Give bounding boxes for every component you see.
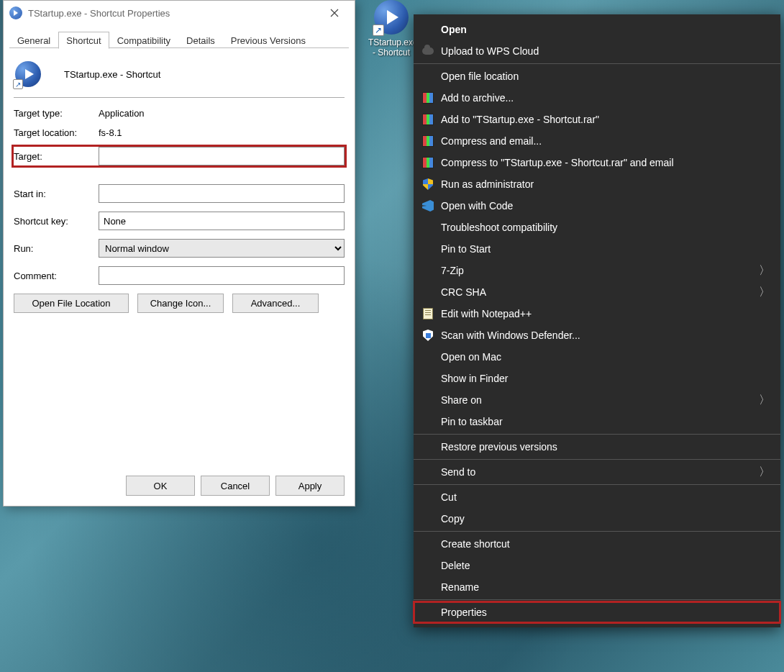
ctx-item-label: Send to <box>441 466 759 478</box>
ctx-item[interactable]: Send to〉 <box>414 461 780 483</box>
blank-icon <box>421 242 435 256</box>
chevron-right-icon: 〉 <box>759 285 770 300</box>
ok-button[interactable]: OK <box>126 476 195 496</box>
desktop-shortcut[interactable]: ↗ TStartup.exe - Shortcut <box>368 0 414 58</box>
ctx-item-label: Compress and email... <box>441 135 770 147</box>
ctx-item[interactable]: Rename <box>414 576 780 598</box>
ctx-item[interactable]: Pin to taskbar <box>414 411 780 432</box>
header-icon: ↗ <box>15 61 41 87</box>
apply-button[interactable]: Apply <box>275 476 345 496</box>
value-target-type: Application <box>99 108 345 119</box>
cancel-button[interactable]: Cancel <box>201 476 270 496</box>
ctx-item-label: Open <box>441 24 770 35</box>
ctx-item-label: Troubleshoot compatibility <box>441 222 770 233</box>
shortcut-label: TStartup.exe - Shortcut <box>368 37 414 58</box>
shortcut-key-input[interactable] <box>99 212 345 230</box>
titlebar: TStartup.exe - Shortcut Properties <box>4 1 355 25</box>
tab-shortcut[interactable]: Shortcut <box>58 32 109 49</box>
close-icon <box>330 9 339 17</box>
row-run: Run: Normal window <box>14 239 345 258</box>
ctx-item-label: Properties <box>441 607 770 618</box>
tab-body: ↗ TStartup.exe - Shortcut Target type: A… <box>4 48 355 468</box>
ctx-item[interactable]: Pin to Start <box>414 238 780 260</box>
label-comment: Comment: <box>14 271 99 281</box>
ctx-item[interactable]: Open <box>414 19 780 40</box>
blank-icon <box>421 465 435 479</box>
ctx-item[interactable]: Open file location <box>414 65 780 87</box>
advanced-button[interactable]: Advanced... <box>232 294 319 313</box>
ctx-item-label: Edit with Notepad++ <box>441 308 770 319</box>
ctx-item-label: Run as administrator <box>441 178 770 190</box>
ctx-item-label: Open on Mac <box>441 351 770 363</box>
ctx-item-label: Share on <box>441 394 759 406</box>
books-icon <box>421 91 435 105</box>
ctx-item[interactable]: Scan with Windows Defender... <box>414 324 780 346</box>
run-select[interactable]: Normal window <box>99 239 345 258</box>
ctx-item-label: CRC SHA <box>441 286 759 298</box>
ctx-item[interactable]: CRC SHA〉 <box>414 281 780 303</box>
row-start-in: Start in: <box>14 184 345 203</box>
start-in-input[interactable] <box>99 184 345 203</box>
shortcut-arrow-icon: ↗ <box>373 24 384 36</box>
value-target-location: fs-8.1 <box>99 127 345 138</box>
titlebar-icon <box>9 6 22 19</box>
header-row: ↗ TStartup.exe - Shortcut <box>14 57 345 98</box>
ctx-item[interactable]: Open on Mac <box>414 346 780 368</box>
ctx-item[interactable]: Open with Code <box>414 195 780 217</box>
tab-strip: General Shortcut Compatibility Details P… <box>9 29 349 48</box>
ctx-item[interactable]: Restore previous versions <box>414 436 780 458</box>
ctx-item[interactable]: Edit with Notepad++ <box>414 303 780 324</box>
blank-icon <box>421 69 435 83</box>
comment-input[interactable] <box>99 266 345 285</box>
ctx-item[interactable]: Show in Finder <box>414 368 780 389</box>
tab-previous-versions[interactable]: Previous Versions <box>223 32 314 48</box>
ctx-item[interactable]: Compress and email... <box>414 130 780 152</box>
ctx-item[interactable]: Run as administrator <box>414 173 780 195</box>
tab-details[interactable]: Details <box>178 32 223 48</box>
ctx-item[interactable]: Add to "TStartup.exe - Shortcut.rar" <box>414 109 780 130</box>
tab-compatibility[interactable]: Compatibility <box>109 32 178 48</box>
ctx-item-label: Scan with Windows Defender... <box>441 330 770 341</box>
properties-dialog: TStartup.exe - Shortcut Properties Gener… <box>3 0 355 507</box>
label-start-in: Start in: <box>14 189 99 199</box>
ctx-item[interactable]: Copy <box>414 508 780 530</box>
ctx-item-label: Rename <box>441 581 770 593</box>
blank-icon <box>421 537 435 551</box>
ctx-item[interactable]: Upload to WPS Cloud <box>414 40 780 62</box>
label-shortcut-key: Shortcut key: <box>14 216 99 227</box>
change-icon-button[interactable]: Change Icon... <box>137 294 224 313</box>
header-name: TStartup.exe - Shortcut <box>64 69 160 80</box>
blank-icon <box>421 22 435 37</box>
row-comment: Comment: <box>14 266 345 285</box>
blank-icon <box>421 512 435 526</box>
ctx-item-label: Add to "TStartup.exe - Shortcut.rar" <box>441 114 770 125</box>
open-file-location-button[interactable]: Open File Location <box>14 294 129 313</box>
target-input[interactable] <box>99 147 345 165</box>
ctx-item[interactable]: 7-Zip〉 <box>414 260 780 281</box>
shield-icon <box>421 177 435 191</box>
ctx-item[interactable]: Properties <box>414 601 780 623</box>
ctx-item[interactable]: Cut <box>414 486 780 508</box>
ctx-item-label: Cut <box>441 491 770 503</box>
ctx-item-label: Open with Code <box>441 200 770 212</box>
close-button[interactable] <box>320 2 349 24</box>
ctx-item[interactable]: Add to archive... <box>414 87 780 109</box>
ctx-item[interactable]: Share on〉 <box>414 389 780 411</box>
shortcut-overlay-icon: ↗ <box>13 79 23 89</box>
blank-icon <box>421 350 435 364</box>
cloud-icon <box>421 44 435 58</box>
ctx-item[interactable]: Create shortcut <box>414 533 780 555</box>
ctx-item[interactable]: Compress to "TStartup.exe - Shortcut.rar… <box>414 152 780 173</box>
context-menu: OpenUpload to WPS CloudOpen file locatio… <box>414 14 780 627</box>
ctx-item[interactable]: Delete <box>414 555 780 576</box>
row-shortcut-key: Shortcut key: <box>14 212 345 230</box>
blank-icon <box>421 440 435 454</box>
blank-icon <box>421 393 435 407</box>
dialog-title: TStartup.exe - Shortcut Properties <box>28 8 320 19</box>
blank-icon <box>421 414 435 429</box>
books-icon <box>421 155 435 170</box>
ctx-item[interactable]: Troubleshoot compatibility <box>414 217 780 238</box>
chevron-right-icon: 〉 <box>759 465 770 480</box>
tab-general[interactable]: General <box>9 32 58 48</box>
blank-icon <box>421 285 435 299</box>
